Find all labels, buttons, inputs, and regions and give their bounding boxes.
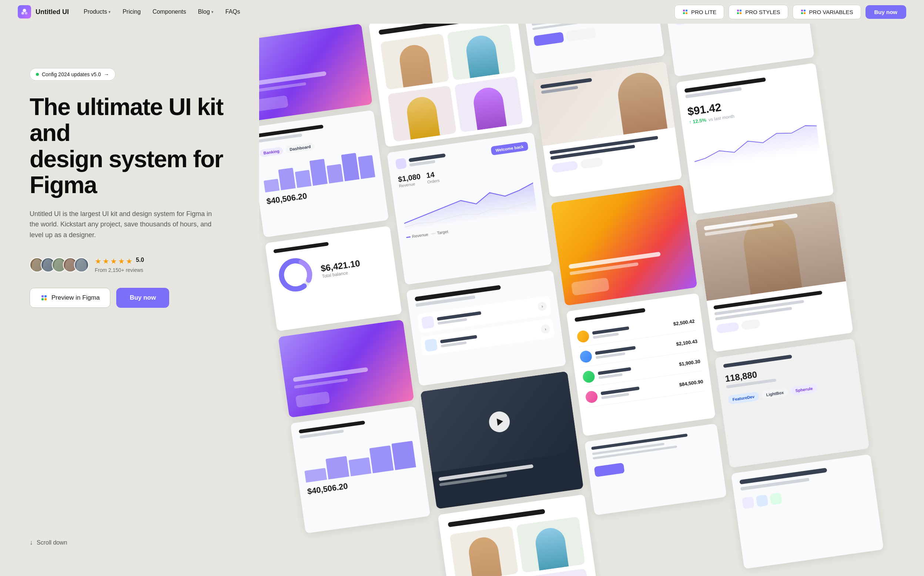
brand-logo bbox=[18, 5, 31, 19]
status-dot bbox=[36, 73, 39, 76]
reviewer-avatars bbox=[30, 258, 89, 272]
figma-icon bbox=[682, 9, 688, 15]
svg-rect-15 bbox=[42, 295, 44, 298]
rating-info: ★ ★ ★ ★ ★ 5.0 From 2,150+ reviews bbox=[95, 257, 144, 273]
mosaic-card: 118,880 FeatureDev LightBox Spherule bbox=[715, 339, 869, 468]
nav-products[interactable]: Products ▾ bbox=[83, 8, 111, 15]
svg-rect-8 bbox=[740, 10, 741, 11]
star-icon: ★ bbox=[103, 257, 109, 266]
svg-rect-9 bbox=[737, 12, 739, 14]
reviews-section: ★ ★ ★ ★ ★ 5.0 From 2,150+ reviews bbox=[30, 257, 236, 273]
star-icon: ★ bbox=[110, 257, 117, 266]
mosaic-card: › › bbox=[406, 270, 566, 386]
mosaic-card bbox=[731, 454, 884, 569]
mosaic-card bbox=[368, 24, 533, 147]
svg-rect-14 bbox=[804, 12, 805, 14]
figma-icon bbox=[40, 294, 48, 301]
svg-rect-5 bbox=[683, 12, 685, 14]
pro-styles-button[interactable]: PRO STYLES bbox=[728, 5, 788, 19]
hero-section: Config 2024 updates v5.0 → The ultimate … bbox=[0, 0, 924, 576]
config-badge[interactable]: Config 2024 updates v5.0 → bbox=[30, 68, 116, 81]
svg-rect-7 bbox=[737, 10, 739, 11]
hero-cta-buttons: Preview in Figma Buy now bbox=[30, 288, 236, 308]
svg-rect-16 bbox=[45, 295, 47, 298]
mosaic-card bbox=[259, 24, 372, 122]
hero-content: Config 2024 updates v5.0 → The ultimate … bbox=[0, 24, 259, 576]
svg-point-1 bbox=[21, 12, 24, 14]
figma-icon bbox=[736, 9, 742, 15]
buy-now-hero-button[interactable]: Buy now bbox=[116, 288, 169, 308]
nav-faqs[interactable]: FAQs bbox=[225, 8, 240, 15]
chevron-down-icon: ▾ bbox=[212, 10, 213, 14]
mosaic-card bbox=[695, 200, 853, 352]
mosaic-card: $6,421.10 Total balance bbox=[265, 226, 402, 331]
nav-components[interactable]: Components bbox=[152, 8, 186, 15]
nav-right: PRO LITE PRO STYLES PRO VARIABLES Buy no… bbox=[674, 5, 906, 19]
navbar: Untitled UI Products ▾ Pricing Component… bbox=[0, 0, 924, 24]
svg-rect-13 bbox=[801, 12, 803, 14]
svg-point-0 bbox=[22, 9, 26, 12]
review-count: From 2,150+ reviews bbox=[95, 267, 144, 273]
screenshot-mosaic: Banking Dashboard bbox=[259, 24, 924, 576]
mosaic-card: Welcome back $1,080 Revenue 14 Orders bbox=[387, 133, 552, 285]
pro-lite-button[interactable]: PRO LITE bbox=[674, 5, 724, 19]
nav-pricing[interactable]: Pricing bbox=[122, 8, 141, 15]
star-icon: ★ bbox=[118, 257, 125, 266]
brand-logo-link[interactable]: Untitled UI bbox=[18, 5, 69, 19]
avatar bbox=[74, 258, 89, 272]
svg-point-2 bbox=[25, 12, 27, 14]
mosaic-card: Banking Dashboard bbox=[259, 110, 389, 237]
preview-figma-button[interactable]: Preview in Figma bbox=[30, 288, 110, 308]
chevron-down-icon: ▾ bbox=[109, 10, 111, 14]
arrow-down-icon: ↓ bbox=[30, 539, 33, 546]
mosaic-card bbox=[438, 494, 602, 576]
hero-title: The ultimate UI kit and design system fo… bbox=[30, 94, 236, 198]
mosaic-card bbox=[533, 61, 682, 197]
nav-blog[interactable]: Blog ▾ bbox=[198, 8, 213, 15]
nav-left: Untitled UI Products ▾ Pricing Component… bbox=[18, 5, 240, 19]
nav-links: Products ▾ Pricing Components Blog ▾ FAQ… bbox=[83, 8, 240, 15]
svg-rect-17 bbox=[42, 298, 44, 301]
brand-name: Untitled UI bbox=[35, 8, 69, 16]
figma-icon bbox=[800, 9, 806, 15]
svg-rect-4 bbox=[686, 10, 687, 11]
mosaic-card bbox=[420, 371, 584, 509]
mosaic-card bbox=[584, 424, 727, 515]
svg-rect-18 bbox=[45, 298, 47, 301]
star-icon: ★ bbox=[126, 257, 133, 266]
pro-variables-button[interactable]: PRO VARIABLES bbox=[792, 5, 861, 19]
svg-rect-3 bbox=[683, 10, 685, 11]
svg-rect-12 bbox=[804, 10, 805, 11]
star-rating: ★ ★ ★ ★ ★ 5.0 bbox=[95, 257, 144, 266]
scroll-down-button[interactable]: ↓ Scroll down bbox=[30, 539, 67, 546]
svg-rect-10 bbox=[740, 12, 741, 14]
mosaic-card bbox=[551, 185, 697, 306]
mosaic-card bbox=[278, 320, 414, 418]
mosaic-card: $2,500.42 $2,100.43 bbox=[566, 293, 715, 436]
mosaic-card: $40,506.20 bbox=[290, 406, 430, 533]
star-icon: ★ bbox=[95, 257, 101, 266]
svg-rect-11 bbox=[801, 10, 803, 11]
svg-rect-6 bbox=[686, 12, 687, 14]
hero-description: Untitled UI is the largest UI kit and de… bbox=[30, 209, 222, 240]
mosaic-card: $91.42 ↑ 12.5% vs last month bbox=[676, 63, 834, 214]
rating-score: 5.0 bbox=[136, 257, 144, 266]
buy-now-nav-button[interactable]: Buy now bbox=[866, 5, 906, 19]
hero-mosaic: Banking Dashboard bbox=[259, 24, 924, 576]
